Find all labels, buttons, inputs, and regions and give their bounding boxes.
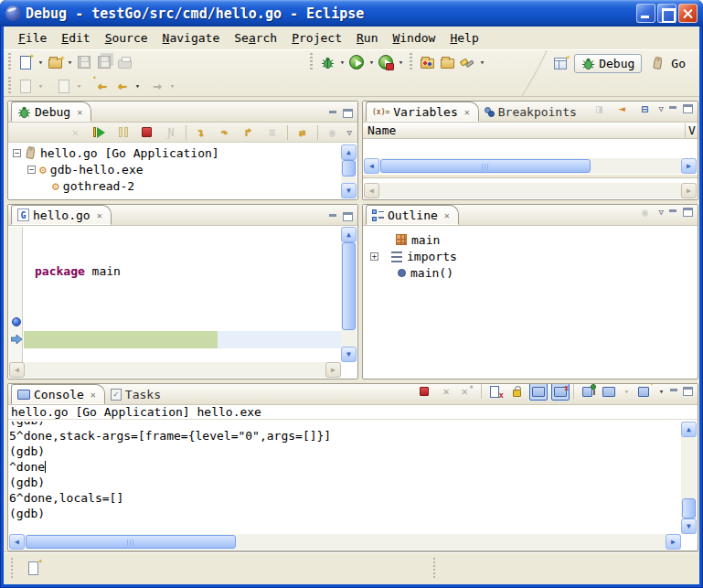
use-step-filters-button[interactable]: ⇄ xyxy=(293,123,312,142)
view-minimize-button[interactable] xyxy=(669,388,679,396)
tab-close-icon[interactable]: ✕ xyxy=(91,390,96,400)
tab-debug[interactable]: Debug ✕ xyxy=(11,102,91,122)
view-menu-icon[interactable]: ▽ xyxy=(659,208,664,217)
tab-breakpoints[interactable]: Breakpoints xyxy=(479,102,585,122)
step-over-button[interactable]: ↷ xyxy=(216,123,234,142)
toolbar-grip[interactable] xyxy=(6,53,13,71)
new-wizard-button[interactable]: ✦ xyxy=(16,51,36,73)
collapse-all-icon[interactable]: ⊟ xyxy=(636,101,655,118)
view-minimize-button[interactable] xyxy=(668,208,678,217)
scroll-right-icon[interactable]: ▶ xyxy=(666,534,681,550)
clear-console-icon[interactable]: x xyxy=(485,383,504,401)
show-stdout-toggle[interactable] xyxy=(529,383,548,401)
scroll-thumb[interactable] xyxy=(342,242,356,330)
forward-button[interactable]: → xyxy=(147,75,167,97)
scroll-up-icon[interactable]: ▲ xyxy=(341,144,357,160)
debug-dropdown[interactable]: ▾ xyxy=(338,58,346,67)
previous-annotation-dropdown[interactable]: ▾ xyxy=(37,81,45,91)
show-type-names-icon[interactable]: ◨ xyxy=(591,101,609,118)
tab-close-icon[interactable]: ✕ xyxy=(444,210,450,220)
close-button[interactable] xyxy=(678,4,698,23)
previous-annotation-button[interactable] xyxy=(16,75,36,97)
scroll-thumb[interactable] xyxy=(342,160,356,176)
last-edit-location-button[interactable]: ←✦ xyxy=(92,75,112,97)
open-console-dropdown[interactable]: ▾ xyxy=(657,387,666,396)
outline-item-imports[interactable]: + imports xyxy=(363,248,698,264)
outline-item-main-func[interactable]: main() xyxy=(363,264,698,281)
tab-hello-go[interactable]: G hello.go ✕ xyxy=(11,205,112,225)
expand-expander-icon[interactable]: + xyxy=(370,252,378,261)
display-selected-console-icon[interactable] xyxy=(600,383,618,401)
open-perspective-button[interactable]: ✦ xyxy=(550,52,570,74)
back-dropdown[interactable]: ▾ xyxy=(133,81,142,91)
print-button[interactable] xyxy=(114,51,134,73)
tree-row[interactable]: ⚙ gothread-2 xyxy=(9,177,341,194)
maximize-button[interactable] xyxy=(657,4,676,23)
fast-view-icon[interactable] xyxy=(28,561,38,575)
tree-row[interactable]: − ⚙ gdb-hello.exe xyxy=(9,161,341,177)
show-stderr-toggle[interactable]: x xyxy=(551,383,570,401)
editor-vscrollbar[interactable]: ▲ ▼ xyxy=(341,227,357,362)
scroll-left-icon[interactable]: ◀ xyxy=(364,158,379,174)
show-logical-structures-icon[interactable]: ⇥ xyxy=(613,101,632,118)
open-console-icon[interactable]: ✦ xyxy=(634,383,653,401)
view-minimize-button[interactable] xyxy=(668,105,678,113)
search-button[interactable] xyxy=(457,51,477,73)
terminate-button[interactable] xyxy=(415,383,433,401)
new-folder-dropdown[interactable]: ▾ xyxy=(66,58,74,67)
column-name[interactable]: Name xyxy=(363,123,685,137)
view-maximize-button[interactable] xyxy=(683,104,693,113)
menu-help[interactable]: Help xyxy=(442,29,485,47)
search-dropdown[interactable]: ▾ xyxy=(478,58,486,67)
perspective-go[interactable]: Go xyxy=(645,55,692,72)
variables-hscrollbar[interactable]: ◀ ▶ xyxy=(364,158,697,174)
disconnect-icon[interactable]: ✕ xyxy=(67,123,85,142)
collapse-expander-icon[interactable]: − xyxy=(13,149,21,157)
scroll-down-icon[interactable]: ▼ xyxy=(341,347,357,362)
annotation-ruler[interactable] xyxy=(9,227,23,362)
titlebar[interactable]: Debug - testGo/src/cmd/hello.go - Eclips… xyxy=(0,0,703,27)
run-button[interactable] xyxy=(346,51,367,73)
remove-launch-icon[interactable]: ✕ xyxy=(437,383,455,401)
forward-dropdown[interactable]: ▾ xyxy=(168,81,176,91)
menu-run[interactable]: Run xyxy=(349,29,385,47)
menu-source[interactable]: Source xyxy=(98,29,155,47)
code-content[interactable]: package main import "fmt" func main() { … xyxy=(35,228,257,362)
tab-close-icon[interactable]: ✕ xyxy=(464,107,470,117)
perspective-debug[interactable]: Debug xyxy=(574,54,642,73)
menu-edit[interactable]: Edit xyxy=(54,29,97,47)
editor-hscrollbar[interactable]: ◀ ▶ xyxy=(9,362,341,378)
scroll-up-icon[interactable]: ▲ xyxy=(341,227,357,242)
terminate-button[interactable] xyxy=(138,123,156,142)
outline-sort-icon[interactable]: ◉ xyxy=(636,204,655,221)
resume-button[interactable] xyxy=(91,123,109,142)
view-maximize-button[interactable] xyxy=(343,212,353,221)
tree-row-partial[interactable]: − ⚙ xyxy=(9,194,341,198)
remove-all-terminated-icon[interactable]: ✕̽ xyxy=(459,383,477,401)
toolbar-grip[interactable] xyxy=(408,53,414,71)
menu-window[interactable]: Window xyxy=(385,29,442,47)
step-return-button[interactable]: ↱ xyxy=(240,123,258,142)
save-all-button[interactable] xyxy=(94,51,114,73)
tab-variables[interactable]: (x)= Variables ✕ xyxy=(366,102,479,122)
view-maximize-button[interactable] xyxy=(343,109,353,118)
collapse-expander-icon[interactable]: − xyxy=(27,198,36,199)
tab-outline[interactable]: Outline ✕ xyxy=(366,205,459,225)
minimize-button[interactable] xyxy=(636,4,655,23)
tab-close-icon[interactable]: ✕ xyxy=(77,107,82,117)
scroll-down-icon[interactable]: ▼ xyxy=(681,519,697,534)
console-output[interactable]: (gdb) 5^done,stack-args=[frame={level="0… xyxy=(9,422,681,534)
scroll-lock-icon[interactable] xyxy=(507,383,526,401)
external-tools-button[interactable] xyxy=(376,51,396,73)
tree-row[interactable]: − hello.go [Go Application] xyxy=(9,144,341,161)
scroll-down-icon[interactable]: ▼ xyxy=(341,183,357,198)
editor-area[interactable]: package main import "fmt" func main() { … xyxy=(9,227,341,362)
step-into-button[interactable]: ↴ xyxy=(192,123,210,142)
run-dropdown[interactable]: ▾ xyxy=(367,58,376,67)
menu-project[interactable]: Project xyxy=(284,29,349,47)
outline-item-package[interactable]: main xyxy=(363,231,698,248)
view-menu-icon[interactable]: ▽ xyxy=(347,128,352,137)
scroll-left-icon[interactable]: ◀ xyxy=(9,534,25,550)
disconnect-n-icon[interactable]: Ɲ xyxy=(162,123,180,142)
next-annotation-dropdown[interactable]: ▾ xyxy=(75,81,83,91)
